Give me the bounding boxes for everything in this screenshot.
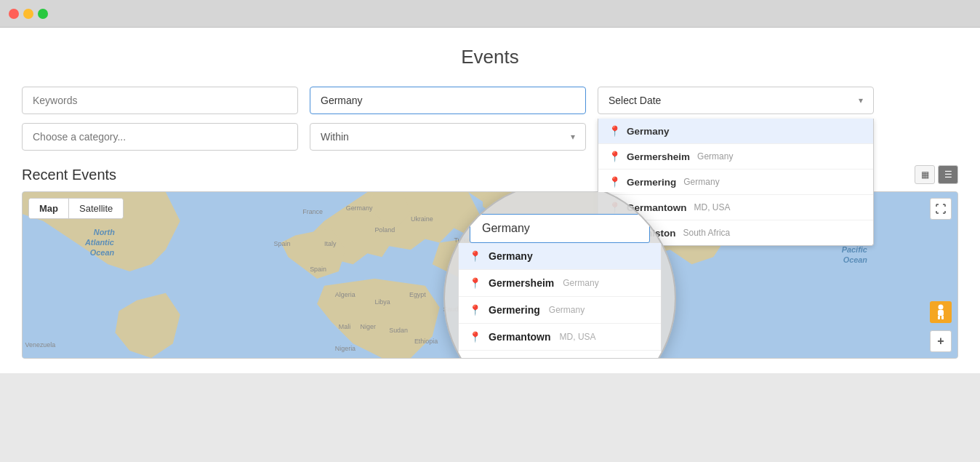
fullscreen-icon bbox=[936, 204, 946, 214]
zoom-circle-overlay: Germany 📍 Germany 📍 Germersheim Germany … bbox=[443, 191, 676, 359]
svg-text:Ukraine: Ukraine bbox=[411, 215, 433, 223]
recent-events-title: Recent Events bbox=[22, 167, 116, 183]
suggestion-sub-2: Germany bbox=[697, 151, 733, 162]
zoom-in-button[interactable]: + bbox=[930, 330, 952, 352]
zoom-pin-icon-2: 📍 bbox=[469, 277, 481, 289]
suggestion-germersheim[interactable]: 📍 Germersheim Germany bbox=[598, 144, 873, 170]
close-button[interactable] bbox=[9, 9, 19, 19]
map-zoom-controls: + bbox=[930, 330, 952, 352]
svg-rect-34 bbox=[938, 316, 940, 319]
zoom-suggestion-3[interactable]: 📍 Germering Germany bbox=[459, 297, 661, 324]
zoom-suggestion-main-3: Germering bbox=[489, 304, 540, 316]
svg-text:Sudan: Sudan bbox=[389, 327, 408, 334]
svg-rect-33 bbox=[938, 310, 944, 316]
pin-icon-gray-2: 📍 bbox=[609, 176, 621, 188]
map-tab[interactable]: Map bbox=[29, 199, 69, 218]
zoom-suggestion-4[interactable]: 📍 Germantown MD, USA bbox=[459, 324, 661, 351]
within-label: Within bbox=[321, 131, 349, 143]
pegman-button[interactable] bbox=[930, 301, 952, 323]
grid-view-button[interactable]: ▦ bbox=[915, 165, 935, 184]
keywords-input[interactable] bbox=[22, 87, 298, 114]
zoom-suggestion-main-2: Germersheim bbox=[489, 277, 554, 289]
suggestion-main-3: Germering bbox=[627, 177, 676, 188]
svg-text:Mali: Mali bbox=[339, 323, 350, 330]
svg-text:Algeria: Algeria bbox=[335, 291, 356, 298]
zoom-suggestion-sub-4: MD, USA bbox=[560, 332, 596, 342]
map-satellite-toggle: Map Satellite bbox=[28, 198, 124, 219]
svg-text:Niger: Niger bbox=[361, 323, 376, 330]
filters-row-1: 📍 Germany 📍 Germersheim Germany 📍 Germer… bbox=[22, 87, 958, 114]
svg-text:North: North bbox=[94, 228, 115, 236]
svg-point-32 bbox=[939, 305, 944, 310]
zoom-suggestion-2[interactable]: 📍 Germersheim Germany bbox=[459, 270, 661, 297]
zoom-suggestion-sub-3: Germany bbox=[549, 305, 585, 315]
pin-icon-gray-1: 📍 bbox=[609, 151, 621, 162]
location-wrapper: 📍 Germany 📍 Germersheim Germany 📍 Germer… bbox=[310, 87, 586, 114]
svg-text:Egypt: Egypt bbox=[409, 291, 426, 298]
svg-rect-35 bbox=[941, 316, 944, 319]
zoom-suggestion-1[interactable]: 📍 Germany bbox=[459, 243, 661, 270]
pegman-icon bbox=[935, 304, 947, 320]
suggestion-sub-5: South Africa bbox=[683, 228, 731, 238]
pin-icon-red: 📍 bbox=[609, 125, 621, 137]
svg-text:Ethiopia: Ethiopia bbox=[414, 338, 438, 345]
main-content: Events 📍 Germany 📍 Germersheim Germany 📍 bbox=[0, 28, 980, 373]
date-select[interactable]: Select Date ▾ bbox=[598, 87, 874, 114]
suggestion-sub-4: MD, USA bbox=[694, 202, 731, 212]
suggestion-germering[interactable]: 📍 Germering Germany bbox=[598, 170, 873, 195]
list-view-button[interactable]: ☰ bbox=[938, 165, 958, 184]
svg-text:France: France bbox=[302, 208, 323, 215]
zoom-suggestion-main-1: Germany bbox=[489, 250, 533, 262]
svg-text:Spain: Spain bbox=[310, 266, 326, 273]
zoom-suggestion-main-5: Germiston bbox=[489, 358, 539, 359]
within-select[interactable]: Within ▾ bbox=[310, 123, 586, 151]
zoom-pin-icon-4: 📍 bbox=[469, 331, 481, 343]
zoom-suggestion-sub-2: Germany bbox=[563, 278, 598, 288]
svg-text:Ocean: Ocean bbox=[90, 248, 115, 257]
suggestion-main-1: Germany bbox=[627, 126, 670, 137]
svg-text:Poland: Poland bbox=[374, 226, 395, 234]
svg-text:Venezuela: Venezuela bbox=[25, 341, 56, 349]
zoom-suggestion-5[interactable]: 📍 Germiston South Africa bbox=[459, 351, 661, 359]
svg-text:Atlantic: Atlantic bbox=[84, 238, 114, 247]
location-input[interactable] bbox=[310, 87, 586, 114]
date-chevron-icon: ▾ bbox=[859, 95, 863, 105]
date-label: Select Date bbox=[609, 95, 661, 106]
svg-text:Germany: Germany bbox=[346, 204, 373, 212]
view-toggle: ▦ ☰ bbox=[915, 165, 958, 184]
zoom-pin-icon-5: 📍 bbox=[469, 358, 481, 359]
svg-text:Libya: Libya bbox=[374, 298, 390, 306]
svg-text:Nigeria: Nigeria bbox=[335, 345, 356, 352]
suggestion-sub-3: Germany bbox=[683, 177, 719, 187]
page-title: Events bbox=[22, 42, 958, 68]
satellite-tab[interactable]: Satellite bbox=[69, 199, 123, 218]
titlebar bbox=[0, 0, 980, 28]
svg-text:Pacific: Pacific bbox=[842, 245, 867, 254]
zoom-location-input[interactable]: Germany bbox=[470, 214, 650, 243]
svg-text:Ocean: Ocean bbox=[843, 255, 868, 264]
zoom-pin-icon-1: 📍 bbox=[469, 250, 481, 262]
svg-text:Spain: Spain bbox=[274, 240, 291, 247]
minimize-button[interactable] bbox=[23, 9, 33, 19]
grid-icon: ▦ bbox=[921, 170, 929, 180]
suggestion-main-2: Germersheim bbox=[627, 151, 690, 162]
zoom-suggestion-main-4: Germantown bbox=[489, 331, 551, 343]
zoom-pin-icon-3: 📍 bbox=[469, 304, 481, 316]
suggestion-germany[interactable]: 📍 Germany bbox=[598, 119, 873, 144]
svg-text:Italy: Italy bbox=[324, 240, 337, 247]
category-input[interactable] bbox=[22, 123, 298, 151]
maximize-button[interactable] bbox=[38, 9, 48, 19]
fullscreen-button[interactable] bbox=[930, 198, 952, 220]
within-chevron-icon: ▾ bbox=[571, 132, 575, 142]
list-icon: ☰ bbox=[944, 170, 952, 180]
